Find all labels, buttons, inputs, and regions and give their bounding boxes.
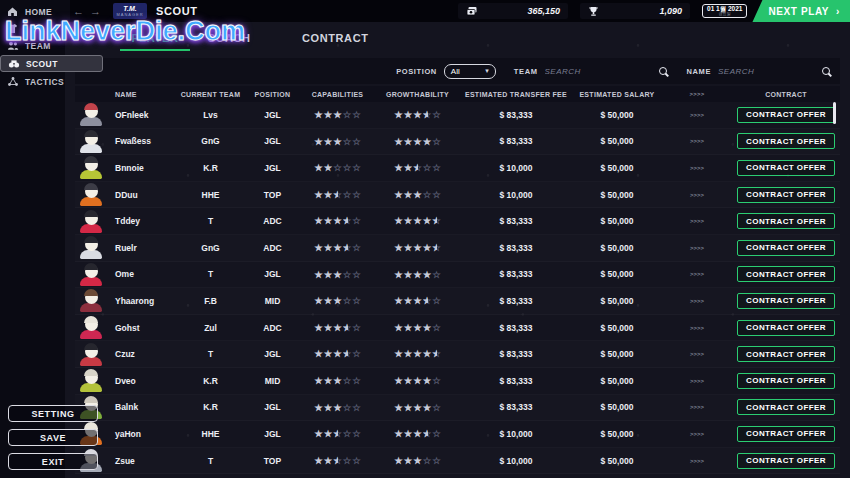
sidebar-item-scout[interactable]: SCOUT — [0, 55, 103, 72]
header-arrows: >>>> — [662, 91, 732, 97]
contract-offer-button[interactable]: CONTRACT OFFER — [737, 187, 835, 203]
watermark: LinkNeverDie.Com — [5, 16, 245, 47]
table-row[interactable]: yaHon HHE JGL ★★☆★☆☆ ★★★☆★☆ $ 10,000 $ 5… — [75, 421, 840, 448]
transfer-fee-value: $ 83,333 — [460, 136, 572, 146]
contract-offer-button[interactable]: CONTRACT OFFER — [737, 426, 835, 442]
sidebar-item-tactics[interactable]: TACTICS — [0, 74, 103, 89]
player-position: JGL — [245, 269, 300, 279]
table-row[interactable]: Yhaarong F.B MID ★★★☆☆ ★★★☆★☆ $ 83,333 $… — [75, 288, 840, 315]
player-position: JGL — [245, 402, 300, 412]
table-row[interactable]: Balnk K.R JGL ★★★☆☆ ★★★★☆ $ 83,333 $ 50,… — [75, 395, 840, 422]
name-search-input[interactable] — [718, 67, 818, 76]
player-current-team: Lvs — [176, 110, 245, 120]
position-select[interactable]: All ▾ — [444, 64, 496, 79]
growthability-stars: ★★☆★☆☆ — [375, 163, 460, 173]
contract-offer-button[interactable]: CONTRACT OFFER — [737, 293, 835, 309]
table-row[interactable]: Bnnoie K.R JGL ★★☆☆☆ ★★☆★☆☆ $ 10,000 $ 5… — [75, 155, 840, 182]
table-row[interactable]: Czuz T JGL ★★★☆★☆ ★★★★☆★ $ 83,333 $ 50,0… — [75, 341, 840, 368]
capabilities-stars: ★★★☆★☆ — [300, 349, 375, 359]
header-growthability: GROWTHABILITY — [375, 91, 460, 98]
table-row[interactable]: OFnleek Lvs JGL ★★★☆☆ ★★★☆★☆ $ 83,333 $ … — [75, 102, 840, 129]
tab-contract[interactable]: CONTRACT — [302, 32, 364, 44]
capabilities-stars: ★★☆★☆☆ — [300, 456, 375, 466]
player-position: ADC — [245, 243, 300, 253]
chevron-right-icon: › — [836, 6, 840, 17]
player-position: JGL — [245, 110, 300, 120]
transfer-fee-value: $ 10,000 — [460, 429, 572, 439]
table-row[interactable]: Gohst Zul ADC ★★★☆★☆ ★★★★☆ $ 83,333 $ 50… — [75, 315, 840, 342]
player-table-rows: OFnleek Lvs JGL ★★★☆☆ ★★★☆★☆ $ 83,333 $ … — [75, 102, 840, 474]
position-filter-label: POSITION — [396, 67, 437, 76]
table-row[interactable]: Zsue T TOP ★★☆★☆☆ ★★★☆☆ $ 10,000 $ 50,00… — [75, 448, 840, 475]
contract-offer-button[interactable]: CONTRACT OFFER — [737, 266, 835, 282]
player-current-team: GnG — [176, 136, 245, 146]
header-current-team: CURRENT TEAM — [176, 91, 245, 98]
player-position: ADC — [245, 323, 300, 333]
setting-button[interactable]: SETTING — [8, 405, 98, 422]
scrollbar-thumb[interactable] — [833, 102, 836, 124]
search-icon[interactable] — [659, 67, 667, 75]
save-button[interactable]: SAVE — [8, 429, 98, 446]
player-current-team: GnG — [176, 243, 245, 253]
detail-arrows: >>>> — [662, 298, 732, 304]
contract-offer-button[interactable]: CONTRACT OFFER — [737, 373, 835, 389]
player-name: Ome — [107, 269, 176, 279]
contract-offer-button[interactable]: CONTRACT OFFER — [737, 399, 835, 415]
capabilities-stars: ★★★☆☆ — [300, 296, 375, 306]
team-filter-label: TEAM — [514, 67, 538, 76]
growthability-stars: ★★★★☆★ — [375, 349, 460, 359]
contract-offer-button[interactable]: CONTRACT OFFER — [737, 346, 835, 362]
detail-arrows: >>>> — [662, 218, 732, 224]
next-play-button[interactable]: NEXT PLAY › — [752, 0, 850, 22]
table-row[interactable]: DDuu HHE TOP ★★☆★☆☆ ★★★☆☆ $ 10,000 $ 50,… — [75, 182, 840, 209]
contract-offer-button[interactable]: CONTRACT OFFER — [737, 320, 835, 336]
salary-value: $ 50,000 — [572, 190, 662, 200]
detail-arrows: >>>> — [662, 165, 732, 171]
capabilities-stars: ★★☆★☆☆ — [300, 190, 375, 200]
team-search-input[interactable] — [545, 67, 645, 76]
growthability-stars: ★★★★☆ — [375, 270, 460, 280]
transfer-fee-value: $ 83,333 — [460, 349, 572, 359]
growthability-stars: ★★★☆☆ — [375, 456, 460, 466]
contract-offer-button[interactable]: CONTRACT OFFER — [737, 453, 835, 469]
header-position: POSITION — [245, 91, 300, 98]
transfer-fee-value: $ 83,333 — [460, 243, 572, 253]
contract-offer-button[interactable]: CONTRACT OFFER — [737, 160, 835, 176]
player-current-team: F.B — [176, 296, 245, 306]
detail-arrows: >>>> — [662, 245, 732, 251]
detail-arrows: >>>> — [662, 431, 732, 437]
player-current-team: K.R — [176, 402, 245, 412]
exit-button[interactable]: EXIT — [8, 453, 98, 470]
player-current-team: T — [176, 349, 245, 359]
detail-arrows: >>>> — [662, 404, 732, 410]
player-name: yaHon — [107, 429, 176, 439]
contract-offer-button[interactable]: CONTRACT OFFER — [737, 240, 835, 256]
transfer-fee-value: $ 83,333 — [460, 110, 572, 120]
player-name: Dveo — [107, 376, 176, 386]
transfer-fee-value: $ 10,000 — [460, 456, 572, 466]
contract-offer-button[interactable]: CONTRACT OFFER — [737, 213, 835, 229]
contract-offer-button[interactable]: CONTRACT OFFER — [737, 133, 835, 149]
table-row[interactable]: Fwaßess GnG JGL ★★★☆☆ ★★★★☆ $ 83,333 $ 5… — [75, 129, 840, 156]
player-position: MID — [245, 376, 300, 386]
table-row[interactable]: Tddey T ADC ★★★☆★☆ ★★★★☆★ $ 83,333 $ 50,… — [75, 208, 840, 235]
growthability-stars: ★★★☆★☆ — [375, 296, 460, 306]
transfer-fee-value: $ 83,333 — [460, 269, 572, 279]
fans-value: 1,090 — [660, 6, 683, 16]
header-transfer-fee: ESTIMATED TRANSFER FEE — [460, 91, 572, 98]
player-position: TOP — [245, 456, 300, 466]
player-current-team: K.R — [176, 376, 245, 386]
player-name: Balnk — [107, 402, 176, 412]
chevron-down-icon: ▾ — [485, 67, 489, 75]
salary-value: $ 50,000 — [572, 269, 662, 279]
contract-offer-button[interactable]: CONTRACT OFFER — [737, 107, 835, 123]
header-capabilities: CAPABILITIES — [300, 91, 375, 98]
search-icon[interactable] — [822, 67, 830, 75]
transfer-fee-value: $ 83,333 — [460, 402, 572, 412]
sidebar-item-label: SCOUT — [26, 59, 58, 69]
next-play-label: NEXT PLAY — [768, 6, 829, 17]
name-filter-label: NAME — [687, 67, 711, 76]
table-row[interactable]: Ome T JGL ★★★☆☆ ★★★★☆ $ 83,333 $ 50,000 … — [75, 262, 840, 289]
table-row[interactable]: Ruelr GnG ADC ★★★☆★☆ ★★★★☆★ $ 83,333 $ 5… — [75, 235, 840, 262]
table-row[interactable]: Dveo K.R MID ★★★☆☆ ★★★★☆ $ 83,333 $ 50,0… — [75, 368, 840, 395]
